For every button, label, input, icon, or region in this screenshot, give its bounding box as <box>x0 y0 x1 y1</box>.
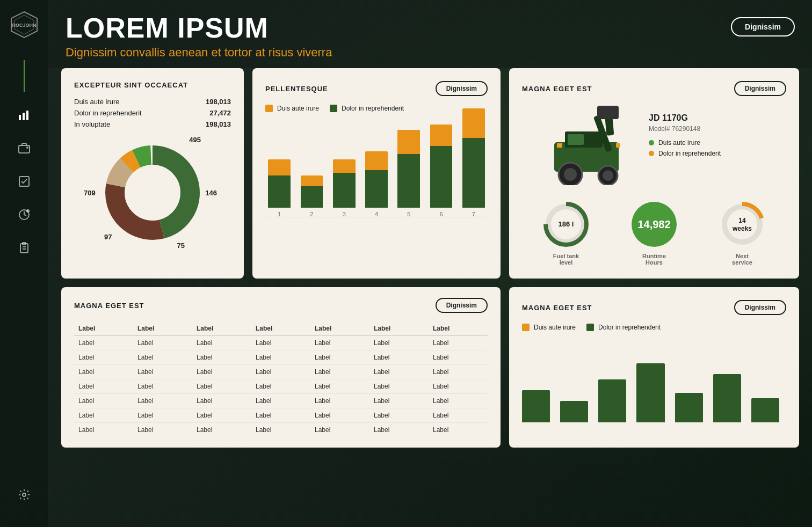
equipment-stat-label-1: Duis aute irure <box>658 139 700 147</box>
bar-group: 3 <box>330 159 358 217</box>
sidebar-item-chart[interactable] <box>12 103 36 127</box>
bottom-bar-group <box>675 393 710 422</box>
bar-chart: 1 2 3 4 5 6 7 <box>265 123 488 230</box>
stat-row-3: In voluptate 198,013 <box>74 120 231 128</box>
table-cell: Label <box>429 423 488 437</box>
equipment-serial: Model# 76290148 <box>649 125 786 133</box>
table-cell: Label <box>133 423 192 437</box>
table-cell: Label <box>429 379 488 394</box>
bar-group: 1 <box>265 159 293 217</box>
svg-rect-6 <box>19 145 30 153</box>
equipment-stat-1: Duis aute irure <box>649 139 786 147</box>
card-table: MAGNA EGET EST Dignissim LabelLabelLabel… <box>61 287 501 448</box>
svg-point-31 <box>603 170 613 181</box>
card-table-button[interactable]: Dignissim <box>436 298 488 313</box>
data-table: LabelLabelLabelLabelLabelLabelLabelLabel… <box>74 321 488 437</box>
stat-label-2: Dolor in reprehenderit <box>74 109 142 117</box>
stat-dot-green <box>649 140 654 145</box>
bar-bottom <box>462 138 485 208</box>
bar-top <box>333 159 356 173</box>
legend-label-2: Dolor in reprehenderit <box>342 105 404 112</box>
gauge-fuel-circle: 186 l <box>542 200 590 248</box>
table-header-cell: Label <box>310 321 369 336</box>
sidebar-divider <box>24 60 25 92</box>
donut-label-97: 97 <box>104 233 112 241</box>
table-cell: Label <box>310 408 369 423</box>
donut-label-495: 495 <box>189 136 201 144</box>
header-button[interactable]: Dignissim <box>731 17 795 36</box>
main-content: EXCEPTEUR SINT OCCAECAT Duis aute irure … <box>48 68 812 527</box>
table-cell: Label <box>74 350 133 365</box>
stat-dot-orange <box>649 151 654 156</box>
table-row: LabelLabelLabelLabelLabelLabelLabel <box>74 394 488 408</box>
table-row: LabelLabelLabelLabelLabelLabelLabel <box>74 423 488 437</box>
table-cell: Label <box>74 379 133 394</box>
settings-icon <box>18 488 31 501</box>
table-cell: Label <box>251 408 310 423</box>
card-bar-button[interactable]: Dignissim <box>436 81 488 96</box>
bar-bottom <box>430 146 453 208</box>
clock-icon <box>18 208 31 221</box>
svg-rect-3 <box>19 115 21 120</box>
table-row: LabelLabelLabelLabelLabelLabelLabel <box>74 408 488 423</box>
equipment-image <box>522 105 640 185</box>
svg-point-29 <box>564 168 577 181</box>
bottom-bar-group <box>560 401 595 422</box>
chart-bar-icon <box>18 108 31 121</box>
bar-top <box>365 151 388 170</box>
bar-top <box>462 108 485 138</box>
table-cell: Label <box>133 394 192 408</box>
legend-bottom-2: Dolor in reprehenderit <box>586 324 661 331</box>
svg-rect-5 <box>26 111 28 120</box>
table-cell: Label <box>369 379 429 394</box>
legend-label-1: Duis aute irure <box>277 105 319 112</box>
stat-row-1: Duis aute irure 198,013 <box>74 98 231 106</box>
sidebar-item-clipboard[interactable] <box>12 236 36 260</box>
table-cell: Label <box>192 423 251 437</box>
card-bar-bottom-title: MAGNA EGET EST <box>522 304 592 312</box>
bottom-bar <box>713 374 741 422</box>
table-header-cell: Label <box>192 321 251 336</box>
card-bar: PELLENTESQUE Dignissim Duis aute irure D… <box>252 68 501 279</box>
table-cell: Label <box>74 394 133 408</box>
sidebar-item-clock[interactable] <box>12 203 36 226</box>
sidebar-item-check[interactable] <box>12 170 36 193</box>
clipboard-icon <box>18 241 31 254</box>
stat-value-2: 27,472 <box>209 109 231 117</box>
svg-rect-4 <box>23 113 25 120</box>
table-cell: Label <box>133 365 192 379</box>
stat-value-3: 198,013 <box>206 120 231 128</box>
header-titles: LOREM IPSUM Dignissim convallis aenean e… <box>66 13 332 60</box>
table-header-cell: Label <box>74 321 133 336</box>
donut-chart: 495 146 75 97 709 <box>99 139 206 246</box>
svg-text:ROCJOHN: ROCJOHN <box>12 23 36 28</box>
card-donut-title: EXCEPTEUR SINT OCCAECAT <box>74 81 188 89</box>
bottom-bar-group <box>522 390 557 422</box>
table-cell: Label <box>192 394 251 408</box>
sidebar-item-settings[interactable] <box>12 483 36 507</box>
sidebar-item-briefcase[interactable] <box>12 136 36 160</box>
table-cell: Label <box>133 336 192 350</box>
card-equipment-button[interactable]: Dignissim <box>734 81 786 96</box>
table-cell: Label <box>251 394 310 408</box>
card-bar-bottom-button[interactable]: Dignissim <box>734 300 786 315</box>
table-cell: Label <box>310 379 369 394</box>
cards-row-2: MAGNA EGET EST Dignissim LabelLabelLabel… <box>61 287 799 448</box>
table-cell: Label <box>192 365 251 379</box>
donut-stats: Duis aute irure 198,013 Dolor in reprehe… <box>74 98 231 128</box>
gauge-runtime-label: RuntimeHours <box>642 253 666 266</box>
table-cell: Label <box>429 394 488 408</box>
header: LOREM IPSUM Dignissim convallis aenean e… <box>48 0 812 68</box>
table-cell: Label <box>310 423 369 437</box>
check-square-icon <box>18 175 31 188</box>
gauge-service-label: Nextservice <box>732 253 752 266</box>
bar-legend: Duis aute irure Dolor in reprehenderit <box>265 105 488 112</box>
page-subtitle: Dignissim convallis aenean et tortor at … <box>66 46 332 60</box>
page-title: LOREM IPSUM <box>66 13 332 43</box>
legend-bottom-dot-2 <box>586 324 594 331</box>
card-table-header: MAGNA EGET EST Dignissim <box>74 298 488 313</box>
card-table-title: MAGNA EGET EST <box>74 302 144 310</box>
card-equipment-header: MAGNA EGET EST Dignissim <box>522 81 786 96</box>
table-cell: Label <box>192 408 251 423</box>
table-cell: Label <box>369 408 429 423</box>
